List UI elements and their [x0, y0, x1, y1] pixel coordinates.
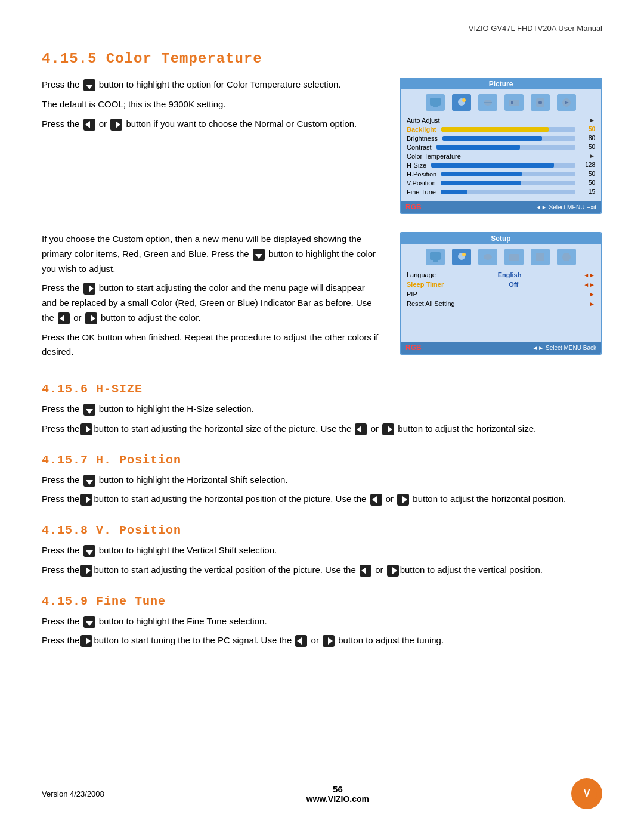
svg-rect-0 — [430, 98, 441, 106]
section-title-color-temp: 4.15.5 Color Temperature — [42, 51, 602, 67]
page-footer: Version 4/23/2008 56 www.VIZIO.com V — [42, 778, 602, 809]
vpos-right-btn — [80, 565, 92, 577]
svg-point-14 — [462, 253, 466, 256]
tv-menu-brightness: Brightness 80 — [407, 134, 595, 143]
hsize-para2: Press thebutton to start adjusting the h… — [42, 422, 602, 436]
tv-menu-hsize: H-Size 128 — [407, 160, 595, 169]
tv-setup-menu-items: Language English ◄► Sleep Timer Off ◄► P… — [401, 268, 601, 342]
footer-center: 56 www.VIZIO.com — [306, 784, 369, 804]
down-btn-2 — [253, 249, 265, 261]
svg-rect-17 — [536, 253, 544, 261]
finetune-right-btn — [80, 635, 92, 647]
picture-menu-screen: Picture — [400, 78, 602, 214]
footer-page-number: 56 — [306, 784, 369, 794]
color-temp-para2: The default is COOL; this is the 9300K s… — [42, 97, 382, 112]
custom-option-text: If you choose the Custom option, then a … — [42, 232, 382, 364]
custom-para1: If you choose the Custom option, then a … — [42, 232, 382, 276]
color-temp-para3: Press the or button if you want to choos… — [42, 117, 382, 132]
tv-icon-3 — [478, 94, 497, 111]
right-button-icon — [110, 119, 122, 131]
section-title-hsize: 4.15.6 H-SIZE — [42, 382, 602, 396]
setup-menu-screen: Setup — [400, 232, 602, 364]
tv-setup-reset: Reset All Setting ► — [407, 299, 595, 308]
color-temp-para1: Press the button to highlight the option… — [42, 78, 382, 92]
tv-icon-1 — [426, 94, 445, 111]
footer-website: www.VIZIO.com — [306, 794, 369, 804]
finetune-para1: Press the button to highlight the Fine T… — [42, 614, 602, 629]
page-header: VIZIO GV47L FHDTV20A User Manual — [42, 24, 602, 33]
right-btn-3 — [85, 312, 97, 324]
section-title-finetune: 4.15.9 Fine Tune — [42, 594, 602, 608]
tv-bottom-bar-picture: RGB ◄► Select MENU Exit — [401, 201, 601, 213]
tv-setup-icons-row — [401, 244, 601, 268]
vposition-para2: Press thebutton to start adjusting the v… — [42, 563, 602, 578]
footer-version: Version 4/23/2008 — [42, 789, 104, 798]
vpos-right-btn-2 — [387, 565, 399, 577]
svg-rect-7 — [511, 101, 513, 104]
tv-icon-6 — [557, 94, 576, 111]
tv-nav-hint: ◄► Select MENU Exit — [535, 204, 596, 210]
svg-text:V: V — [584, 788, 590, 798]
color-temp-text: Press the button to highlight the option… — [42, 78, 382, 214]
tv-setup-language: Language English ◄► — [407, 270, 595, 280]
finetune-para2: Press thebutton to start tuning the to t… — [42, 633, 602, 648]
hsize-left-btn — [355, 423, 367, 435]
svg-rect-6 — [509, 100, 519, 106]
finetune-right-btn-2 — [323, 635, 335, 647]
custom-para2: Press the button to start adjusting the … — [42, 281, 382, 325]
tv-setup-rgb-label: RGB — [405, 343, 422, 352]
tv-menu-auto-adjust: Auto Adjust ► — [407, 116, 595, 125]
tv-menu-items: Auto Adjust ► Backlight 50 Brightness 80 — [401, 113, 601, 201]
tv-setup-icon-2 — [452, 249, 471, 265]
header-title: VIZIO GV47L FHDTV20A User Manual — [469, 24, 602, 33]
svg-rect-16 — [509, 254, 519, 261]
hpos-right-btn — [80, 494, 92, 506]
finetune-down-btn — [83, 616, 95, 628]
tv-menu-finetune: Fine Tune 15 — [407, 187, 595, 196]
svg-rect-12 — [433, 260, 438, 262]
tv-menu-backlight: Backlight 50 — [407, 125, 595, 134]
right-btn-2 — [83, 283, 95, 295]
vpos-left-btn — [360, 565, 371, 577]
tv-menu-hposition: H.Position 50 — [407, 169, 595, 178]
tv-setup-icon-1 — [426, 249, 445, 265]
svg-rect-11 — [430, 252, 441, 260]
hpos-down-btn — [83, 475, 95, 487]
tv-title-picture: Picture — [401, 79, 601, 89]
tv-setup-icon-5 — [531, 249, 550, 265]
tv-screen-picture: Picture — [400, 78, 602, 214]
svg-point-3 — [462, 98, 466, 102]
tv-screen-setup: Setup — [400, 232, 602, 355]
left-button-icon — [83, 119, 95, 131]
hsize-right-btn — [80, 423, 92, 435]
section-title-hposition: 4.15.7 H. Position — [42, 453, 602, 467]
section-title-vposition: 4.15.8 V. Position — [42, 524, 602, 537]
svg-point-15 — [484, 254, 492, 260]
tv-setup-icon-6 — [557, 249, 576, 265]
tv-icons-row — [401, 89, 601, 113]
hsize-down-btn — [83, 404, 95, 416]
tv-icon-4 — [504, 94, 524, 111]
tv-setup-pip: PIP ► — [407, 289, 595, 299]
tv-title-setup: Setup — [401, 233, 601, 244]
tv-menu-vposition: V.Position 50 — [407, 178, 595, 187]
tv-setup-icon-3 — [478, 249, 497, 265]
hsize-para1: Press the button to highlight the H-Size… — [42, 402, 602, 417]
hposition-para1: Press the button to highlight the Horizo… — [42, 473, 602, 488]
svg-point-18 — [562, 253, 571, 261]
svg-point-9 — [538, 101, 542, 104]
left-btn-2 — [58, 312, 70, 324]
down-button-icon — [83, 79, 95, 91]
tv-setup-icon-4 — [504, 249, 524, 265]
tv-bottom-bar-setup: RGB ◄► Select MENU Back — [401, 342, 601, 354]
finetune-left-btn — [295, 635, 307, 647]
tv-setup-sleep: Sleep Timer Off ◄► — [407, 280, 595, 289]
tv-menu-color-temp: Color Temperature ► — [407, 151, 595, 160]
vposition-para1: Press the button to highlight the Vertic… — [42, 543, 602, 558]
tv-rgb-label: RGB — [405, 203, 422, 211]
vpos-down-btn — [83, 545, 95, 557]
hsize-right-btn-2 — [382, 423, 394, 435]
hposition-para2: Press thebutton to start adjusting the h… — [42, 492, 602, 507]
svg-rect-1 — [433, 106, 438, 107]
tv-icon-5 — [531, 94, 550, 111]
